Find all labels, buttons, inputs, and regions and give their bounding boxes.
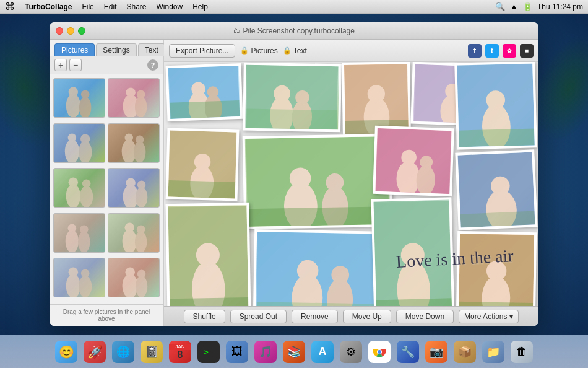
tab-text[interactable]: Text: [138, 43, 165, 56]
move-up-button[interactable]: Move Up: [343, 310, 391, 323]
spread-out-button[interactable]: Spread Out: [230, 310, 287, 323]
export-picture-button[interactable]: Export Picture...: [169, 44, 235, 58]
traffic-lights: [56, 27, 85, 35]
collage-area: Export Picture... 🔒 Pictures 🔒 Text f t …: [164, 40, 538, 326]
svg-point-7: [137, 90, 145, 99]
thumbnail-9[interactable]: [53, 258, 105, 297]
svg-rect-45: [170, 100, 240, 119]
clock: Thu 11:24 pm: [537, 2, 583, 11]
thumbnail-3[interactable]: [53, 123, 105, 163]
thumbnail-6[interactable]: [108, 168, 160, 208]
svg-point-15: [136, 135, 144, 144]
dock-xcode[interactable]: 🔧: [395, 339, 421, 365]
svg-rect-87: [170, 297, 248, 306]
photo-5[interactable]: [454, 62, 537, 150]
thumbnail-1[interactable]: [53, 78, 105, 118]
thumbnail-2[interactable]: [108, 78, 160, 118]
maximize-button[interactable]: [78, 27, 85, 35]
main-window: 🗂 Pile Screenshot copy.turbocollage Pict…: [50, 22, 538, 326]
svg-point-39: [137, 270, 146, 279]
app-name[interactable]: TurboCollage: [25, 2, 72, 11]
photo-6[interactable]: [166, 128, 240, 201]
svg-point-5: [126, 88, 136, 98]
svg-point-27: [80, 225, 89, 234]
dock-turbocollage[interactable]: 🖼: [224, 339, 250, 365]
svg-point-33: [69, 268, 79, 278]
dock-photos[interactable]: 📷: [423, 339, 449, 365]
help-button[interactable]: ?: [147, 59, 158, 71]
svg-point-25: [68, 224, 77, 232]
dock-notes[interactable]: 📓: [139, 339, 165, 365]
collage-canvas[interactable]: Love is in the air: [164, 62, 538, 306]
svg-point-6: [135, 96, 147, 117]
shuffle-button[interactable]: Shuffle: [184, 310, 225, 323]
facebook-button[interactable]: f: [468, 44, 482, 58]
dock-chrome[interactable]: [366, 339, 392, 365]
tumblr-button[interactable]: ■: [520, 44, 534, 58]
dock-safari[interactable]: 🌐: [110, 339, 136, 365]
thumbnail-10[interactable]: [108, 258, 160, 297]
svg-point-104: [378, 350, 381, 354]
close-button[interactable]: [56, 27, 63, 35]
menu-share[interactable]: Share: [126, 2, 146, 11]
thumbnail-7[interactable]: [53, 213, 105, 253]
dock-trash[interactable]: 🗑: [509, 339, 535, 365]
thumbnail-grid: [50, 74, 163, 304]
apple-menu[interactable]: ⌘: [5, 1, 15, 12]
svg-rect-68: [168, 180, 236, 198]
window-titlebar: 🗂 Pile Screenshot copy.turbocollage: [50, 22, 538, 40]
twitter-button[interactable]: t: [485, 44, 499, 58]
photo-9[interactable]: [455, 149, 537, 230]
minimize-button[interactable]: [67, 27, 74, 35]
add-picture-button[interactable]: +: [54, 59, 67, 71]
svg-point-19: [82, 180, 91, 188]
left-panel: Pictures Settings Text + − ?: [50, 40, 164, 326]
svg-point-38: [136, 276, 147, 297]
dock-appstore[interactable]: A: [309, 339, 335, 365]
panel-tabs: Pictures Settings Text: [50, 40, 163, 56]
more-actions-arrow: ▾: [509, 312, 513, 321]
svg-point-13: [124, 133, 133, 142]
dock-launchpad[interactable]: 🚀: [82, 339, 108, 365]
search-icon[interactable]: 🔍: [495, 2, 505, 11]
lock-text-icon: 🔒: [283, 46, 292, 55]
photo-7[interactable]: [243, 134, 393, 229]
photo-12[interactable]: [371, 197, 454, 306]
menu-window[interactable]: Window: [157, 2, 183, 11]
flickr-button[interactable]: ✿: [503, 44, 516, 58]
menu-edit[interactable]: Edit: [104, 2, 117, 11]
wifi-icon: ▲: [510, 2, 518, 11]
svg-point-8: [65, 139, 79, 162]
dock-packageinstaller[interactable]: 📦: [452, 339, 478, 365]
photo-10[interactable]: [165, 203, 251, 306]
remove-button[interactable]: Remove: [292, 310, 338, 323]
dock-files[interactable]: 📁: [480, 339, 506, 365]
menu-file[interactable]: File: [82, 2, 93, 11]
more-actions-button[interactable]: More Actions ▾: [459, 310, 519, 323]
move-down-button[interactable]: Move Down: [396, 310, 454, 323]
svg-point-34: [79, 276, 92, 297]
photo-1[interactable]: [165, 63, 243, 121]
dock-finder[interactable]: 😊: [53, 339, 79, 365]
svg-point-35: [81, 269, 90, 278]
remove-picture-button[interactable]: −: [69, 59, 82, 71]
thumbnail-4[interactable]: [108, 123, 160, 163]
thumbnail-8[interactable]: [108, 213, 160, 253]
svg-point-11: [80, 134, 90, 144]
dock-itunes[interactable]: 🎵: [253, 339, 279, 365]
dock-calendar[interactable]: JAN 8: [167, 339, 193, 365]
dock-ibooks[interactable]: 📚: [281, 339, 307, 365]
photo-11[interactable]: [253, 229, 391, 306]
svg-point-16: [66, 184, 80, 207]
tab-settings[interactable]: Settings: [96, 43, 136, 56]
lock-pictures-icon: 🔒: [240, 46, 249, 55]
photo-8[interactable]: [373, 126, 454, 196]
menu-help[interactable]: Help: [192, 2, 208, 11]
battery-icon: 🔋: [523, 2, 532, 11]
photo-2[interactable]: [243, 63, 342, 133]
dock-terminal[interactable]: >_: [196, 339, 222, 365]
tab-pictures[interactable]: Pictures: [54, 43, 95, 56]
thumbnail-5[interactable]: [53, 168, 105, 208]
photo-13[interactable]: [456, 231, 537, 306]
dock-systemprefs[interactable]: ⚙: [338, 339, 364, 365]
